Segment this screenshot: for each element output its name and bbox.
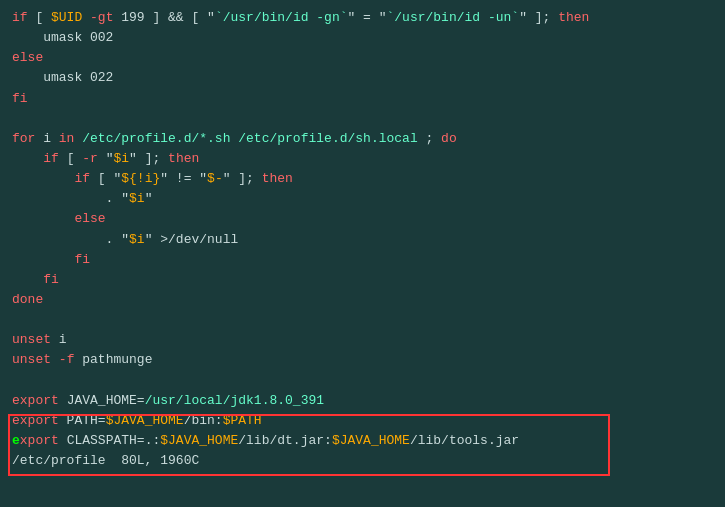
code-line-5: fi [12, 89, 713, 109]
code-line-11: else [12, 209, 713, 229]
code-line-2: umask 002 [12, 28, 713, 48]
code-line-4: umask 022 [12, 68, 713, 88]
code-line-14: fi [12, 270, 713, 290]
code-line-9: if [ "${!i}" != "$-" ]; then [12, 169, 713, 189]
code-line-8: if [ -r "$i" ]; then [12, 149, 713, 169]
code-line-3: else [12, 48, 713, 68]
code-line-19 [12, 371, 713, 391]
code-line-7: for i in /etc/profile.d/*.sh /etc/profil… [12, 129, 713, 149]
code-line-12: . "$i" >/dev/null [12, 230, 713, 250]
code-line-10: . "$i" [12, 189, 713, 209]
code-line-23: /etc/profile 80L, 1960C [12, 451, 713, 471]
code-line-20: export JAVA_HOME=/usr/local/jdk1.8.0_391 [12, 391, 713, 411]
code-line-16 [12, 310, 713, 330]
code-line-13: fi [12, 250, 713, 270]
code-line-22: export CLASSPATH=.:$JAVA_HOME/lib/dt.jar… [12, 431, 713, 451]
code-line-15: done [12, 290, 713, 310]
code-line-18: unset -f pathmunge [12, 350, 713, 370]
code-line-6 [12, 109, 713, 129]
code-line-17: unset i [12, 330, 713, 350]
code-editor: if [ $UID -gt 199 ] && [ "`/usr/bin/id -… [0, 0, 725, 507]
code-line-1: if [ $UID -gt 199 ] && [ "`/usr/bin/id -… [12, 8, 713, 28]
code-line-21: export PATH=$JAVA_HOME/bin:$PATH [12, 411, 713, 431]
